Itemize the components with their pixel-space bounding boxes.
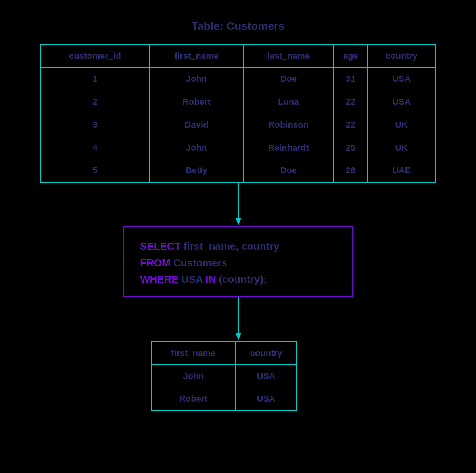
col-header: country <box>367 44 436 67</box>
sql-keyword-select: SELECT <box>140 240 181 252</box>
sql-text: Customers <box>171 257 227 269</box>
cell: Doe <box>243 159 334 182</box>
table-header-row: first_name country <box>152 342 297 365</box>
col-header: first_name <box>150 44 244 67</box>
sql-text: first_name, country <box>181 240 280 252</box>
cell: Doe <box>243 67 334 90</box>
arrow-down-icon <box>236 182 241 226</box>
cell: UK <box>367 113 436 136</box>
cell: John <box>152 365 236 388</box>
cell: Betty <box>150 159 244 182</box>
table-row: 2 Robert Luna 22 USA <box>40 90 436 113</box>
cell: 3 <box>40 113 150 136</box>
cell: John <box>150 67 244 90</box>
sql-keyword-where: WHERE <box>140 273 178 285</box>
result-table: first_name country John USA Robert USA <box>151 341 298 411</box>
cell: David <box>150 113 244 136</box>
sql-text: (country); <box>216 273 267 285</box>
cell: 22 <box>334 113 367 136</box>
sql-line: SELECT first_name, country <box>140 238 336 255</box>
cell: Robinson <box>243 113 334 136</box>
cell: Robert <box>150 90 244 113</box>
sql-query-box: SELECT first_name, country FROM Customer… <box>123 226 353 297</box>
col-header: age <box>334 44 367 67</box>
svg-marker-3 <box>236 333 241 340</box>
cell: Luna <box>243 90 334 113</box>
cell: USA <box>235 388 297 411</box>
col-header: first_name <box>152 342 236 365</box>
cell: 1 <box>40 67 150 90</box>
cell: 31 <box>334 67 367 90</box>
table-row: John USA <box>152 365 297 388</box>
table-row: 5 Betty Doe 28 UAE <box>40 159 436 182</box>
table-row: Robert USA <box>152 388 297 411</box>
table-row: 3 David Robinson 22 UK <box>40 113 436 136</box>
sql-keyword-in: IN <box>205 273 216 285</box>
cell: John <box>150 136 244 159</box>
cell: UK <box>367 136 436 159</box>
sql-text: USA <box>178 273 205 285</box>
col-header: country <box>235 342 297 365</box>
cell: USA <box>235 365 297 388</box>
sql-line: WHERE USA IN (country); <box>140 271 336 288</box>
col-header: last_name <box>243 44 334 67</box>
source-customers-table: customer_id first_name last_name age cou… <box>40 44 436 183</box>
arrow-down-icon <box>236 297 241 341</box>
svg-marker-1 <box>236 218 241 225</box>
col-header: customer_id <box>40 44 150 67</box>
table-row: 4 John Reinhardt 25 UK <box>40 136 436 159</box>
cell: UAE <box>367 159 436 182</box>
diagram-title: Table: Customers <box>0 20 476 33</box>
table-header-row: customer_id first_name last_name age cou… <box>40 44 436 67</box>
sql-line: FROM Customers <box>140 255 336 272</box>
table-row: 1 John Doe 31 USA <box>40 67 436 90</box>
cell: Robert <box>152 388 236 411</box>
cell: 22 <box>334 90 367 113</box>
cell: Reinhardt <box>243 136 334 159</box>
cell: 5 <box>40 159 150 182</box>
cell: USA <box>367 67 436 90</box>
cell: 28 <box>334 159 367 182</box>
cell: 2 <box>40 90 150 113</box>
cell: 25 <box>334 136 367 159</box>
sql-keyword-from: FROM <box>140 257 171 269</box>
cell: 4 <box>40 136 150 159</box>
cell: USA <box>367 90 436 113</box>
